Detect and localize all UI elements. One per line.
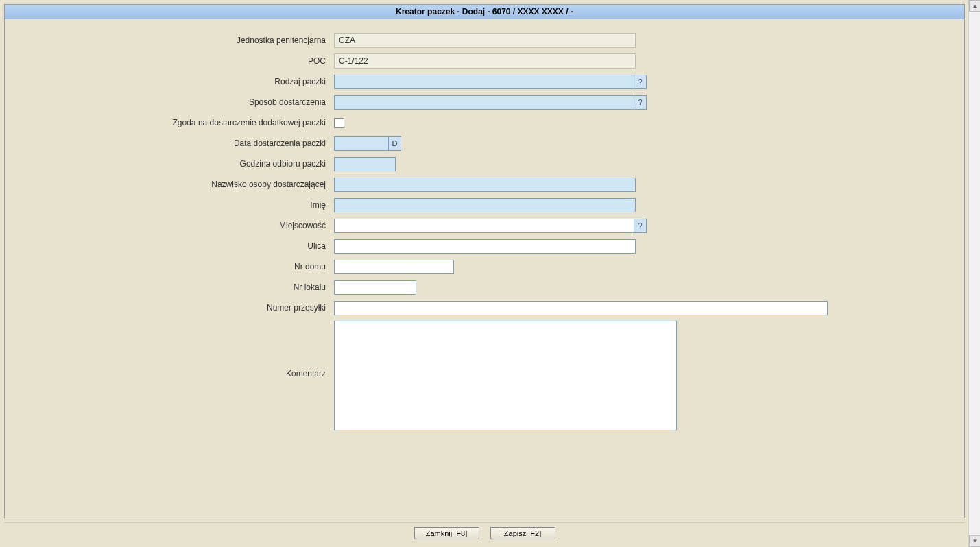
input-miejscowosc[interactable] [334,219,634,233]
input-sposob-dostarczenia[interactable] [334,95,634,110]
calendar-icon: D [392,139,398,147]
scroll-up-icon[interactable]: ▲ [969,0,980,12]
input-nazwisko[interactable] [334,178,636,192]
input-nr-lokalu[interactable] [334,280,416,295]
lookup-rodzaj-button[interactable]: ? [634,75,647,89]
textarea-komentarz[interactable] [334,321,677,430]
label-rodzaj: Rodzaj paczki [32,77,334,86]
question-icon: ? [638,221,642,230]
input-data-dostarczenia[interactable] [334,136,389,151]
input-imie[interactable] [334,198,636,212]
scroll-down-icon[interactable]: ▼ [969,535,980,547]
form-panel: Kreator paczek - Dodaj - 6070 / XXXX XXX… [4,4,965,518]
label-poc: POC [32,56,334,66]
field-jednostka: CZA [334,33,636,48]
input-ulica[interactable] [334,239,636,254]
save-button[interactable]: Zapisz [F2] [490,527,555,539]
vertical-scrollbar[interactable]: ▲ ▼ [968,0,980,547]
label-zgoda: Zgoda na dostarczenie dodatkowej paczki [32,118,334,127]
date-picker-button[interactable]: D [389,136,401,151]
label-nr-lokalu: Nr lokalu [32,282,334,292]
input-numer-przesylki[interactable] [334,301,828,315]
checkbox-zgoda[interactable] [334,118,344,128]
form-body: Jednostka penitencjarna CZA POC C-1/122 … [5,19,964,450]
close-button[interactable]: Zamknij [F8] [414,527,479,539]
field-poc: C-1/122 [334,53,636,69]
label-sposob: Sposób dostarczenia [32,97,334,107]
window-title: Kreator paczek - Dodaj - 6070 / XXXX XXX… [5,5,964,19]
label-miejscowosc: Miejscowość [32,221,334,230]
input-godzina[interactable] [334,157,396,171]
lookup-miejscowosc-button[interactable]: ? [634,219,647,233]
label-numer-przesylki: Numer przesyłki [32,303,334,313]
label-nazwisko: Nazwisko osoby dostarczającej [32,180,334,189]
label-godzina: Godzina odbioru paczki [32,159,334,169]
action-bar: Zamknij [F8] Zapisz [F2] [4,522,965,543]
lookup-sposob-button[interactable]: ? [634,95,647,110]
label-ulica: Ulica [32,241,334,251]
input-nr-domu[interactable] [334,260,454,274]
label-nr-domu: Nr domu [32,262,334,271]
input-rodzaj-paczki[interactable] [334,75,634,89]
question-icon: ? [638,77,642,86]
label-jednostka: Jednostka penitencjarna [32,36,334,45]
label-data-dostarczenia: Data dostarczenia paczki [32,138,334,148]
question-icon: ? [638,98,642,106]
label-imie: Imię [32,200,334,210]
label-komentarz: Komentarz [32,321,334,378]
